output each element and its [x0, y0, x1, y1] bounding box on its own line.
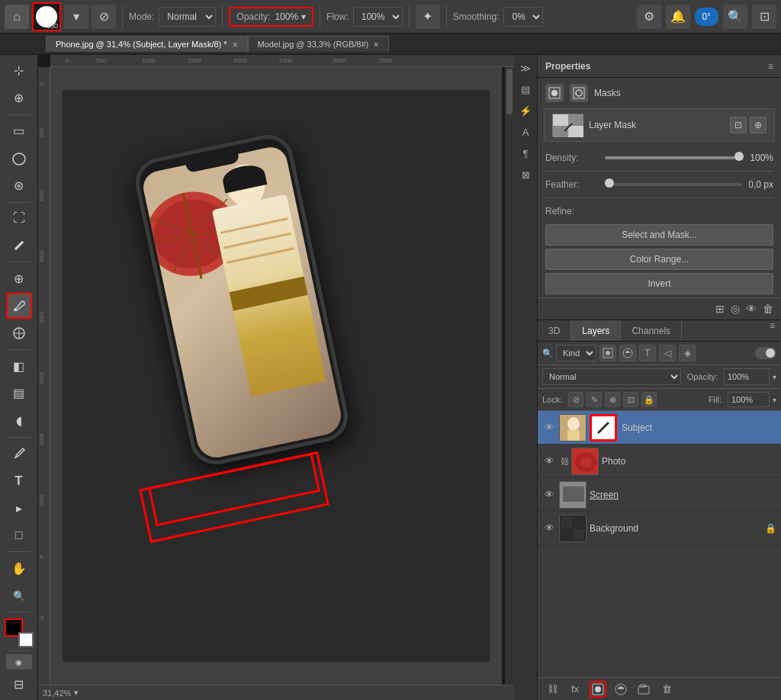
paragraph-icon[interactable]: ¶ — [517, 145, 534, 162]
filter-adjustment-icon[interactable] — [619, 345, 636, 361]
brush-tool[interactable] — [6, 293, 32, 319]
type-tool[interactable]: T — [6, 468, 32, 494]
tab-phone-close[interactable]: ✕ — [232, 40, 238, 49]
eraser-tool[interactable]: ◧ — [6, 353, 32, 379]
opacity-input[interactable] — [724, 368, 770, 385]
healing-tool[interactable]: ⊕ — [6, 265, 32, 291]
panel-delete-icon[interactable]: 🗑 — [763, 303, 773, 315]
screen-mode-button[interactable]: ⊟ — [6, 671, 32, 697]
layer-item-photo[interactable]: 👁 ⛓ Photo — [538, 445, 781, 478]
brush-options-button[interactable]: ▾ — [64, 5, 88, 29]
panel-visibility-icon[interactable]: 👁 — [746, 303, 757, 315]
layer-item-screen[interactable]: 👁 Screen — [538, 478, 781, 512]
tab-layers[interactable]: Layers — [571, 320, 621, 341]
blend-mode-select[interactable]: Normal Multiply Screen — [542, 368, 681, 385]
clone-tool[interactable] — [6, 320, 32, 346]
select-and-mask-button[interactable]: Select and Mask... — [545, 224, 773, 246]
tab-3d[interactable]: 3D — [538, 320, 571, 341]
layer-visibility-photo[interactable]: 👁 — [542, 454, 556, 468]
layer-item-subject[interactable]: 👁 Subject — [538, 411, 781, 445]
gradient-tool[interactable]: ▤ — [6, 381, 32, 406]
mask-select-button[interactable]: ⊡ — [730, 117, 747, 133]
scroll-thumb[interactable] — [506, 69, 513, 114]
layer-item-background[interactable]: 👁 Background 🔒 — [538, 512, 781, 545]
adjust-icon[interactable]: ⚡ — [517, 102, 534, 119]
lock-position-icon[interactable]: ✎ — [587, 392, 602, 407]
layers-delete-button[interactable]: 🗑 — [658, 681, 675, 698]
zoom-tool[interactable]: 🔍 — [6, 583, 32, 608]
home-button[interactable]: ⌂ — [5, 5, 29, 29]
tab-channels[interactable]: Channels — [621, 320, 682, 341]
path-selection-tool[interactable]: ▸ — [6, 496, 32, 522]
filter-shape-icon[interactable]: ◁ — [659, 345, 676, 361]
marquee-tool[interactable]: ▭ — [6, 118, 32, 144]
fill-input[interactable] — [728, 392, 770, 407]
layer-visibility-background[interactable]: 👁 — [542, 522, 556, 535]
pixel-mask-icon[interactable] — [545, 84, 564, 102]
smoothing-select[interactable]: 0% — [503, 7, 543, 27]
layers-panel-icon[interactable]: ▤ — [517, 81, 534, 98]
density-slider[interactable] — [605, 155, 744, 161]
opacity-box[interactable]: Opacity: 100% ▾ — [229, 7, 313, 27]
quick-select-tool[interactable]: ⊛ — [6, 173, 32, 199]
quick-mask-button[interactable]: ◉ — [6, 654, 32, 669]
panel-mask-icon[interactable]: ◎ — [731, 303, 740, 315]
filter-toggle[interactable] — [755, 347, 776, 359]
filter-pixel-icon[interactable] — [599, 345, 616, 361]
feather-slider[interactable] — [605, 181, 742, 188]
layer-visibility-screen[interactable]: 👁 — [542, 488, 556, 502]
arrange-button[interactable]: ⊡ — [752, 5, 776, 29]
airbrush-button[interactable]: ✦ — [416, 5, 440, 29]
angle-button[interactable]: 🔔 — [666, 5, 690, 29]
tab-phone[interactable]: Phone.jpg @ 31,4% (Subject, Layer Mask/8… — [46, 36, 248, 52]
canvas-area[interactable]: 0 500 1000 1500 2000 2500 3000 3500 0 50… — [38, 55, 514, 700]
flow-select[interactable]: 100% — [353, 7, 403, 27]
vector-mask-icon[interactable] — [570, 84, 588, 102]
layer-visibility-subject[interactable]: 👁 — [542, 421, 556, 435]
canvas-content[interactable] — [50, 67, 502, 685]
kind-select[interactable]: Kind — [556, 345, 596, 361]
text-icon[interactable]: A — [517, 124, 534, 140]
lock-move-icon[interactable]: ⊕ — [605, 392, 620, 407]
feather-thumb[interactable] — [605, 178, 614, 188]
density-thumb[interactable] — [734, 152, 744, 161]
background-color[interactable] — [18, 632, 34, 647]
canvas-scrollbar-right[interactable] — [505, 67, 514, 685]
move-tool[interactable]: ⊹ — [6, 58, 32, 84]
eyedropper-tool[interactable] — [6, 233, 32, 258]
tab-model-close[interactable]: ✕ — [373, 40, 379, 49]
color-range-button[interactable]: Color Range... — [545, 249, 773, 270]
invert-button[interactable]: Invert — [545, 273, 773, 294]
layers-adjustment-button[interactable] — [612, 681, 629, 698]
expand-icon[interactable]: ≫ — [517, 59, 534, 76]
layers-menu-icon[interactable]: ≡ — [763, 320, 781, 341]
brush-mode-icon[interactable]: ⊘ — [92, 5, 116, 29]
mask-apply-button[interactable]: ⊕ — [750, 117, 767, 133]
filter-smart-icon[interactable]: ◈ — [679, 345, 696, 361]
angle-box[interactable]: 0° — [695, 8, 718, 26]
lasso-tool[interactable] — [6, 146, 32, 172]
layers-mask-button[interactable] — [590, 681, 606, 698]
lock-artboard-icon[interactable]: ⊡ — [623, 392, 638, 407]
mask-thumbnail[interactable] — [552, 114, 583, 136]
layers-fx-button[interactable]: fx — [567, 681, 583, 698]
tab-model[interactable]: Model.jpg @ 33,3% (RGB/8#) ✕ — [248, 36, 390, 52]
properties-menu-icon[interactable]: ≡ — [768, 61, 773, 72]
hand-tool[interactable]: ✋ — [6, 555, 32, 581]
lock-all-icon[interactable]: 🔒 — [641, 392, 657, 407]
layer-mask-thumb-subject[interactable] — [590, 414, 617, 442]
brush-preview[interactable]: 150 — [32, 2, 61, 31]
pen-tool[interactable] — [6, 441, 32, 467]
canvas-document[interactable] — [63, 90, 490, 662]
content-icon[interactable]: ⊠ — [517, 166, 534, 183]
lock-pixels-icon[interactable]: ⊘ — [568, 392, 583, 407]
dodge-tool[interactable]: ◖ — [6, 408, 32, 434]
settings-button[interactable]: ⚙ — [637, 5, 661, 29]
shape-tool[interactable]: □ — [6, 523, 32, 549]
panel-grid-icon[interactable]: ⊞ — [715, 303, 725, 315]
artboard-tool[interactable]: ⊕ — [6, 85, 32, 111]
mode-select[interactable]: Normal Multiply Screen — [159, 7, 216, 27]
search-button[interactable]: 🔍 — [723, 5, 747, 29]
crop-tool[interactable]: ⛶ — [6, 206, 32, 232]
layers-group-button[interactable] — [635, 681, 652, 698]
